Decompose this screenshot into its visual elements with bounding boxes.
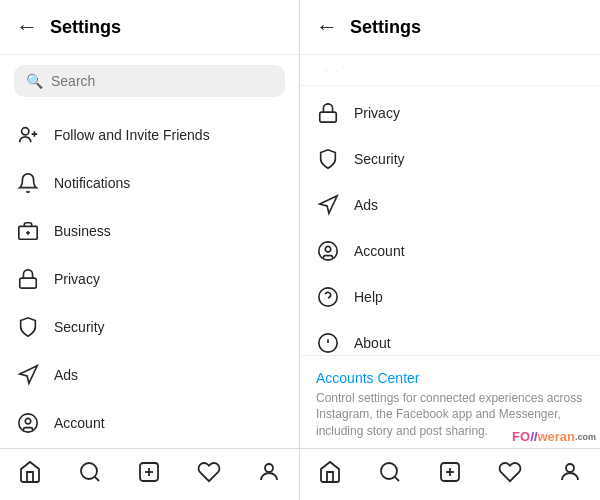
business-label: Business [54, 223, 111, 239]
privacy-icon [16, 267, 40, 291]
ads-label: Ads [54, 367, 78, 383]
right-sidebar-item-help[interactable]: Help [300, 274, 600, 320]
security-label: Security [54, 319, 105, 335]
right-about-label: About [354, 335, 391, 351]
accounts-center-link[interactable]: Accounts Center [316, 370, 584, 386]
right-header: ← Settings [300, 0, 600, 55]
right-nav-heart[interactable] [498, 460, 522, 490]
right-privacy-label: Privacy [354, 105, 400, 121]
svg-point-12 [81, 463, 97, 479]
right-header-title: Settings [350, 17, 421, 38]
right-sidebar-item-security[interactable]: Security [300, 136, 600, 182]
notifications-label: Notifications [54, 175, 130, 191]
follow-invite-icon [16, 123, 40, 147]
right-sidebar-item-about[interactable]: About [300, 320, 600, 355]
svg-line-13 [94, 476, 98, 480]
sidebar-item-business[interactable]: Business [0, 207, 299, 255]
right-nav-search[interactable] [378, 460, 402, 490]
right-nav-add[interactable] [438, 460, 462, 490]
right-sidebar-item-account[interactable]: Account [300, 228, 600, 274]
follow-invite-label: Follow and Invite Friends [54, 127, 210, 143]
svg-point-19 [319, 242, 337, 260]
sidebar-item-follow-invite[interactable]: Follow and Invite Friends [0, 111, 299, 159]
accounts-center-desc: Control settings for connected experienc… [316, 390, 584, 440]
sidebar-item-notifications[interactable]: Notifications [0, 159, 299, 207]
sidebar-item-account[interactable]: Account [0, 399, 299, 447]
right-ads-label: Ads [354, 197, 378, 213]
left-nav-search[interactable] [78, 460, 102, 490]
ads-icon [16, 363, 40, 387]
left-nav-add[interactable] [137, 460, 161, 490]
scroll-dots: · · · [316, 66, 340, 77]
left-header-title: Settings [50, 17, 121, 38]
sidebar-item-ads[interactable]: Ads [0, 351, 299, 399]
right-account-icon [316, 239, 340, 263]
notifications-icon [16, 171, 40, 195]
right-security-icon [316, 147, 340, 171]
right-panel: ← Settings · · · Privacy Security [300, 0, 600, 500]
left-nav-heart[interactable] [197, 460, 221, 490]
right-sidebar-item-ads[interactable]: Ads [300, 182, 600, 228]
right-account-label: Account [354, 243, 405, 259]
svg-point-6 [25, 418, 31, 424]
right-nav-home[interactable] [318, 460, 342, 490]
left-panel: ← Settings 🔍 Follow and Invite Friends N… [0, 0, 300, 500]
right-back-icon[interactable]: ← [316, 14, 338, 40]
left-bottom-nav [0, 448, 299, 500]
account-icon [16, 411, 40, 435]
svg-point-34 [566, 464, 574, 472]
right-sidebar-item-privacy[interactable]: Privacy [300, 90, 600, 136]
svg-rect-18 [320, 112, 337, 122]
left-back-icon[interactable]: ← [16, 14, 38, 40]
left-menu-list: Follow and Invite Friends Notifications … [0, 107, 299, 448]
search-icon: 🔍 [26, 73, 43, 89]
left-nav-profile[interactable] [257, 460, 281, 490]
svg-point-5 [19, 414, 37, 432]
svg-point-29 [381, 463, 397, 479]
right-bottom-nav [300, 448, 600, 500]
sidebar-item-security[interactable]: Security [0, 303, 299, 351]
security-icon [16, 315, 40, 339]
svg-point-0 [22, 128, 29, 135]
business-icon [16, 219, 40, 243]
privacy-label: Privacy [54, 271, 100, 287]
right-about-icon [316, 331, 340, 355]
account-label: Account [54, 415, 105, 431]
sidebar-item-privacy[interactable]: Privacy [0, 255, 299, 303]
search-input[interactable] [51, 73, 273, 89]
right-privacy-icon [316, 101, 340, 125]
left-nav-home[interactable] [18, 460, 42, 490]
left-header: ← Settings [0, 0, 299, 55]
right-help-icon [316, 285, 340, 309]
svg-point-21 [319, 288, 337, 306]
right-security-label: Security [354, 151, 405, 167]
svg-line-30 [395, 476, 399, 480]
right-menu-list: Privacy Security Ads [300, 86, 600, 355]
accounts-center-section: Accounts Center Control settings for con… [300, 355, 600, 448]
right-nav-profile[interactable] [558, 460, 582, 490]
right-ads-icon [316, 193, 340, 217]
svg-point-17 [265, 464, 273, 472]
right-help-label: Help [354, 289, 383, 305]
svg-point-20 [325, 246, 331, 252]
search-bar[interactable]: 🔍 [14, 65, 285, 97]
svg-rect-4 [20, 278, 37, 288]
scroll-hint: · · · [300, 55, 600, 86]
